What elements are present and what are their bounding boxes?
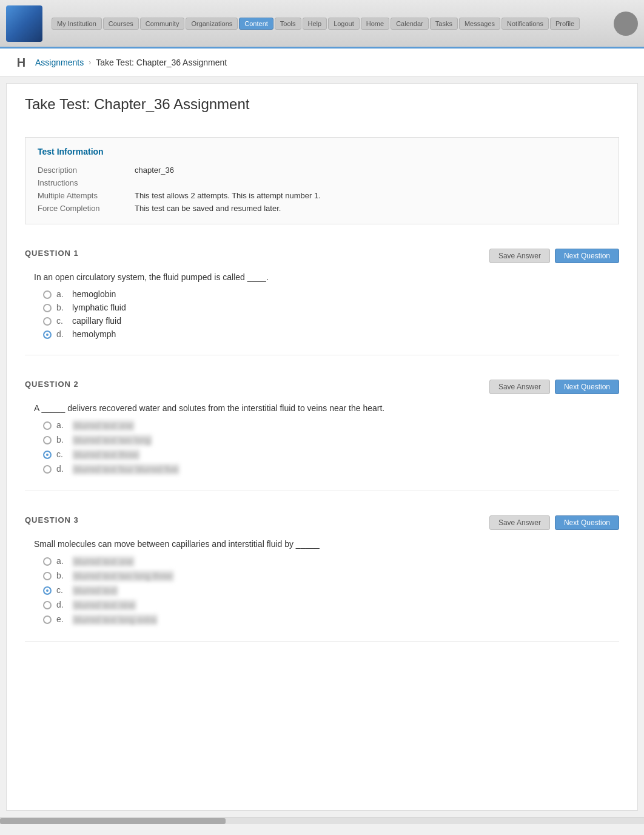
- nav-item[interactable]: Profile: [550, 18, 580, 30]
- user-avatar[interactable]: [614, 12, 638, 36]
- answer-2a[interactable]: a. blurred text one: [43, 420, 619, 431]
- letter-3c: c.: [56, 585, 67, 595]
- radio-3a[interactable]: [43, 557, 52, 566]
- radio-1d[interactable]: [43, 330, 52, 339]
- nav-item[interactable]: Calendar: [391, 18, 429, 30]
- question-3-answers: a. blurred text one b. blurred text two …: [25, 556, 619, 625]
- question-3-actions: Save Answer Next Question: [489, 515, 619, 530]
- bottom-scrollbar[interactable]: [0, 817, 644, 824]
- question-1-section: QUESTION 1 Save Answer Next Question In …: [25, 249, 619, 355]
- nav-item-active[interactable]: Content: [239, 18, 273, 30]
- answer-3b[interactable]: b. blurred text two long three: [43, 571, 619, 582]
- question-2-actions: Save Answer Next Question: [489, 380, 619, 394]
- radio-3b[interactable]: [43, 572, 52, 580]
- question-2-next-btn[interactable]: Next Question: [555, 380, 619, 394]
- text-3d: blurred text nine: [72, 600, 136, 611]
- answer-1a[interactable]: a. hemoglobin: [43, 289, 619, 299]
- letter-1d: d.: [56, 329, 67, 339]
- question-2-header: QUESTION 2 Save Answer Next Question: [25, 380, 619, 394]
- letter-3d: d.: [56, 600, 67, 609]
- nav-item[interactable]: Tasks: [430, 18, 458, 30]
- question-3-save-btn[interactable]: Save Answer: [489, 515, 550, 530]
- scrollbar-thumb[interactable]: [0, 818, 226, 824]
- radio-2a[interactable]: [43, 421, 52, 430]
- question-3-text: Small molecules can move between capilla…: [25, 539, 619, 549]
- breadcrumb: H Assignments › Take Test: Chapter_36 As…: [0, 49, 644, 77]
- radio-1b[interactable]: [43, 304, 52, 312]
- main-content: Take Test: Chapter_36 Assignment Test In…: [6, 83, 638, 811]
- radio-3e[interactable]: [43, 615, 52, 624]
- answer-2c[interactable]: c. blurred text three: [43, 449, 619, 460]
- label-attempts: Multiple Attempts: [38, 189, 135, 202]
- nav-item[interactable]: Courses: [103, 18, 139, 30]
- nav-item[interactable]: My Institution: [52, 18, 102, 30]
- home-icon[interactable]: H: [12, 53, 30, 72]
- nav-item[interactable]: Notifications: [501, 18, 549, 30]
- answer-1b[interactable]: b. lymphatic fluid: [43, 303, 619, 312]
- text-1b: lymphatic fluid: [72, 303, 126, 312]
- question-1-answers: a. hemoglobin b. lymphatic fluid c. capi…: [25, 289, 619, 339]
- radio-2d[interactable]: [43, 465, 52, 474]
- nav-item[interactable]: Tools: [275, 18, 301, 30]
- question-1-save-btn[interactable]: Save Answer: [489, 249, 550, 263]
- page-title: Take Test: Chapter_36 Assignment: [25, 96, 619, 119]
- test-info-table: Description chapter_36 Instructions Mult…: [38, 164, 606, 215]
- question-1-next-btn[interactable]: Next Question: [555, 249, 619, 263]
- text-1a: hemoglobin: [72, 289, 116, 299]
- letter-3b: b.: [56, 571, 67, 580]
- radio-2c[interactable]: [43, 451, 52, 459]
- test-info-row-force: Force Completion This test can be saved …: [38, 202, 606, 215]
- letter-3e: e.: [56, 614, 67, 624]
- question-3-label: QUESTION 3: [25, 515, 79, 525]
- question-2-answers: a. blurred text one b. blurred text two …: [25, 420, 619, 475]
- question-2-save-btn[interactable]: Save Answer: [489, 380, 550, 394]
- question-3-section: QUESTION 3 Save Answer Next Question Sma…: [25, 515, 619, 642]
- answer-1d[interactable]: d. hemolymph: [43, 329, 619, 339]
- label-force: Force Completion: [38, 202, 135, 215]
- radio-1c[interactable]: [43, 317, 52, 326]
- nav-item[interactable]: Community: [140, 18, 185, 30]
- question-1-label: QUESTION 1: [25, 249, 79, 258]
- text-1d: hemolymph: [72, 329, 116, 339]
- answer-2d[interactable]: d. blurred text four blurred five: [43, 464, 619, 475]
- question-2-section: QUESTION 2 Save Answer Next Question A _…: [25, 380, 619, 491]
- question-1-actions: Save Answer Next Question: [489, 249, 619, 263]
- nav-item[interactable]: Logout: [328, 18, 360, 30]
- question-3-header: QUESTION 3 Save Answer Next Question: [25, 515, 619, 530]
- letter-3a: a.: [56, 556, 67, 566]
- nav-item[interactable]: Help: [303, 18, 327, 30]
- letter-2a: a.: [56, 420, 67, 430]
- letter-1a: a.: [56, 289, 67, 299]
- radio-1a[interactable]: [43, 290, 52, 299]
- label-description: Description: [38, 164, 135, 176]
- text-3b: blurred text two long three: [72, 571, 174, 582]
- test-info-box: Test Information Description chapter_36 …: [25, 137, 619, 224]
- text-2a: blurred text one: [72, 420, 135, 431]
- breadcrumb-separator: ›: [89, 58, 91, 67]
- text-2b: blurred text two long: [72, 435, 152, 446]
- logo: [6, 5, 42, 42]
- assignments-breadcrumb-link[interactable]: Assignments: [35, 58, 84, 67]
- answer-3c[interactable]: c. blurred text: [43, 585, 619, 596]
- nav-item[interactable]: Messages: [459, 18, 500, 30]
- breadcrumb-current: Take Test: Chapter_36 Assignment: [96, 58, 227, 67]
- letter-2d: d.: [56, 464, 67, 474]
- text-2d: blurred text four blurred five: [72, 464, 179, 475]
- radio-2b[interactable]: [43, 436, 52, 444]
- answer-3a[interactable]: a. blurred text one: [43, 556, 619, 567]
- answer-1c[interactable]: c. capillary fluid: [43, 316, 619, 326]
- question-3-next-btn[interactable]: Next Question: [555, 515, 619, 530]
- top-banner: My Institution Courses Community Organiz…: [0, 0, 644, 49]
- value-attempts: This test allows 2 attempts. This is att…: [135, 189, 606, 202]
- text-3e: blurred text long extra: [72, 614, 158, 625]
- answer-2b[interactable]: b. blurred text two long: [43, 435, 619, 446]
- text-3c: blurred text: [72, 585, 118, 596]
- radio-3d[interactable]: [43, 601, 52, 609]
- question-2-text: A _____ delivers recovered water and sol…: [25, 403, 619, 413]
- nav-item[interactable]: Organizations: [186, 18, 238, 30]
- nav-item[interactable]: Home: [361, 18, 389, 30]
- answer-3d[interactable]: d. blurred text nine: [43, 600, 619, 611]
- answer-3e[interactable]: e. blurred text long extra: [43, 614, 619, 625]
- text-2c: blurred text three: [72, 449, 140, 460]
- radio-3c[interactable]: [43, 586, 52, 595]
